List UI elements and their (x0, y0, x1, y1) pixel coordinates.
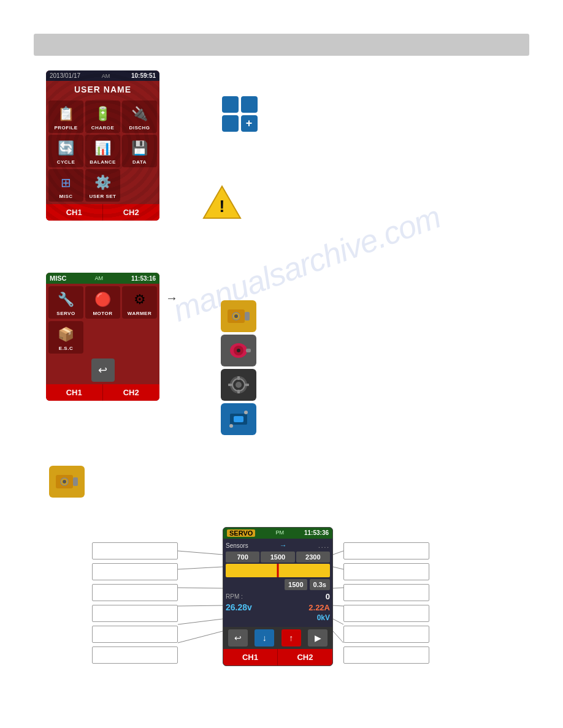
warning-icon: ! (202, 184, 242, 221)
nav-down-btn[interactable]: ↓ (255, 629, 274, 646)
svg-rect-2 (222, 115, 239, 132)
misc-icon: ⊞ (55, 173, 78, 192)
servo-panel-title: SERVO (227, 529, 255, 537)
dischg-label: DISCHG (129, 125, 150, 131)
svg-text:!: ! (219, 197, 224, 216)
kv-val: 0kV (317, 613, 330, 622)
back-button[interactable]: ↩ (91, 358, 115, 382)
svg-rect-21 (245, 384, 249, 386)
device1-icon-grid: 📋 PROFILE 🔋 CHARGE 🔌 DISCHG 🔄 CYCLE 📊 BA… (46, 98, 159, 204)
icon-servo[interactable]: 🔧 SERVO (48, 286, 83, 319)
label-box-left-3 (92, 584, 178, 601)
device1-ampm: AM (102, 73, 110, 79)
label-box-right-6 (343, 646, 429, 664)
label-box-right-2 (343, 563, 429, 580)
label-boxes-left (92, 542, 178, 664)
icon-misc[interactable]: ⊞ MISC (48, 169, 83, 202)
arrow-right: → (166, 291, 178, 305)
icon-balance[interactable]: 📊 BALANCE (85, 135, 120, 167)
slider-thumb (277, 564, 279, 577)
motor-label: MOTOR (93, 311, 112, 316)
icon-warmer[interactable]: ⚙ WARMER (122, 286, 157, 319)
device-user-name: 2013/01/17 AM 10:59:51 USER NAME 📋 PROFI… (46, 70, 159, 221)
neutral-row: 1500 0.3s (226, 579, 330, 590)
device1-ch1-btn[interactable]: CH1 (46, 204, 103, 221)
icon-cycle[interactable]: 🔄 CYCLE (48, 135, 83, 167)
svg-point-25 (244, 411, 248, 414)
icon-charge[interactable]: 🔋 CHARGE (85, 100, 120, 133)
svg-rect-0 (222, 96, 239, 113)
nav-back-btn[interactable]: ↩ (228, 629, 248, 646)
svg-line-32 (178, 567, 223, 569)
label-boxes-right (343, 542, 429, 664)
device1-ch2-btn[interactable]: CH2 (103, 204, 160, 221)
device2-icon-grid: 🔧 SERVO 🔴 MOTOR ⚙ WARMER (46, 284, 159, 321)
svg-line-37 (333, 551, 343, 555)
range-mid[interactable]: 1500 (261, 552, 294, 563)
icon-motor[interactable]: 🔴 MOTOR (85, 286, 120, 319)
items-list (221, 300, 256, 435)
svg-rect-19 (237, 390, 240, 393)
motor-img (225, 339, 252, 362)
back-btn-row: ↩ (46, 356, 159, 384)
device1-footer: CH1 CH2 (46, 204, 159, 221)
svg-line-41 (333, 619, 343, 624)
svg-rect-20 (228, 384, 232, 386)
grid-plus-icon-area[interactable]: + (221, 95, 262, 139)
device2-time: 11:53:16 (131, 275, 156, 282)
warmer-img (225, 373, 252, 396)
watermark: manualsarchive.com (128, 183, 486, 344)
svg-point-14 (237, 349, 240, 352)
neutral-val[interactable]: 1500 (285, 579, 307, 590)
current-val: 2.22A (308, 603, 330, 612)
icon-data[interactable]: 💾 DATA (122, 135, 157, 167)
rpm-row: RPM : 0 (226, 592, 330, 601)
device-misc: MISC AM 11:53:16 🔧 SERVO 🔴 MOTOR ⚙ WARME… (46, 273, 159, 401)
range-max[interactable]: 2300 (296, 552, 330, 563)
label-box-right-3 (343, 584, 429, 601)
data-label: DATA (132, 159, 147, 165)
item-esc-icon[interactable] (221, 403, 256, 435)
servo-ch1-btn[interactable]: CH1 (223, 649, 278, 665)
device2-footer: CH1 CH2 (46, 384, 159, 401)
servo-panel-body: Sensors → .... 700 1500 2300 1500 0.3s R… (223, 539, 332, 627)
label-box-left-1 (92, 542, 178, 559)
servo-panel-ampm: PM (275, 529, 284, 537)
sensors-arrow: → (280, 541, 287, 550)
grid-plus-icon: + (221, 95, 262, 137)
label-box-left-4 (92, 605, 178, 622)
servo-standalone[interactable] (49, 466, 85, 498)
range-min[interactable]: 700 (226, 552, 259, 563)
userset-label: USER SET (89, 194, 116, 199)
label-box-left-5 (92, 626, 178, 643)
servo-ch2-btn[interactable]: CH2 (278, 649, 332, 665)
svg-rect-13 (246, 349, 251, 352)
device1-date: 2013/01/17 (50, 72, 80, 79)
svg-line-36 (178, 631, 223, 643)
item-servo-icon[interactable] (221, 300, 256, 332)
item-motor-icon[interactable] (221, 335, 256, 366)
device2-ch1-btn[interactable]: CH1 (46, 384, 103, 401)
icon-dischg[interactable]: 🔌 DISCHG (122, 100, 157, 133)
nav-up-btn[interactable]: ↑ (282, 629, 301, 646)
icon-esc[interactable]: 📦 E.S.C (48, 321, 83, 354)
cycle-icon: 🔄 (55, 138, 78, 158)
balance-icon: 📊 (91, 138, 115, 158)
icon-userset[interactable]: ⚙️ USER SET (85, 169, 120, 202)
svg-line-40 (333, 605, 343, 606)
range-row: 700 1500 2300 (226, 552, 330, 563)
warning-icon-area: ! (202, 184, 242, 223)
charge-icon: 🔋 (91, 104, 115, 124)
svg-rect-28 (73, 477, 78, 486)
sensors-label: Sensors (226, 542, 248, 549)
time-val[interactable]: 0.3s (310, 579, 330, 590)
icon-profile[interactable]: 📋 PROFILE (48, 100, 83, 133)
label-box-right-5 (343, 626, 429, 643)
item-warmer-icon[interactable] (221, 369, 256, 401)
label-box-right-1 (343, 542, 429, 559)
device2-ch2-btn[interactable]: CH2 (103, 384, 160, 401)
warmer-icon: ⚙ (128, 290, 151, 309)
nav-play-btn[interactable]: ▶ (308, 629, 327, 646)
device2-icon-grid-row2: 📦 E.S.C (46, 321, 159, 356)
slider-track[interactable] (226, 564, 330, 577)
